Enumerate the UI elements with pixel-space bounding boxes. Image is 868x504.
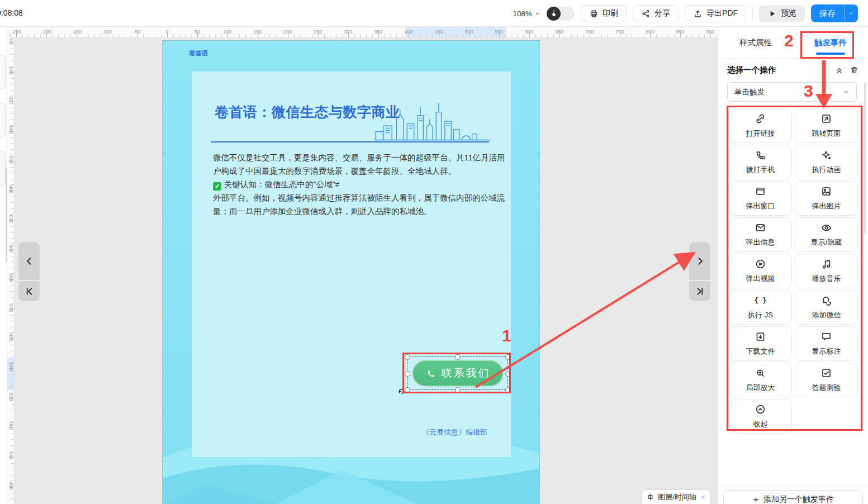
action-dial-phone-button[interactable]: 拨打手机 xyxy=(729,145,792,179)
resize-handle-ne[interactable] xyxy=(505,354,511,360)
action-add-wechat-button[interactable]: 添加微信 xyxy=(795,290,858,325)
resize-handle-sw[interactable] xyxy=(405,387,410,393)
action-label: 执行 JS xyxy=(748,310,773,320)
action-open-link-button[interactable]: 打开链接 xyxy=(729,108,792,143)
action-play-music-button[interactable]: 播放音乐 xyxy=(795,254,858,288)
active-tab-underline xyxy=(816,53,845,55)
touch-mode-toggle[interactable] xyxy=(547,7,575,21)
tab-trigger-events[interactable]: 触发事件 xyxy=(793,27,868,58)
image-icon xyxy=(820,186,832,199)
pages-thumbnail-strip[interactable] xyxy=(0,27,7,504)
action-jump-page-button[interactable]: 跳转页面 xyxy=(795,108,858,143)
save-options-button[interactable] xyxy=(844,4,858,22)
elapsed-timer: 0:08:08 xyxy=(0,8,23,17)
action-show-hide-button[interactable]: 显示/隐藏 xyxy=(795,217,858,252)
body-text[interactable]: 微信不仅是社交工具，更是集内容、交易、服务于一体的超级平台。其11亿月活用户构成… xyxy=(213,151,509,218)
page-thumbnail[interactable] xyxy=(0,55,6,89)
export-pdf-button[interactable]: 导出PDF xyxy=(685,5,746,22)
action-popup-image-button[interactable]: 弹出图片 xyxy=(795,181,858,216)
svg-text:{ }: { } xyxy=(755,296,766,305)
action-show-annotation-button[interactable]: 显示标注 xyxy=(795,326,858,361)
action-label: 下载文件 xyxy=(746,346,775,356)
chevron-down-icon xyxy=(843,89,850,96)
page-nav-left xyxy=(18,242,40,301)
add-trigger-event-button[interactable]: 添加另一个触发事件 xyxy=(723,490,863,504)
prev-page-button[interactable] xyxy=(18,242,40,280)
braces-icon: { } xyxy=(755,294,766,308)
top-toolbar: 0:08:08 108% 印刷 xyxy=(0,0,868,27)
phone-icon xyxy=(755,149,766,163)
download-icon xyxy=(755,331,766,345)
collapse-all-button[interactable] xyxy=(834,65,844,75)
touch-icon xyxy=(550,9,558,17)
wechat-icon xyxy=(820,294,832,308)
jump-page-icon xyxy=(820,113,832,127)
page-thumbnail[interactable] xyxy=(0,103,6,137)
action-popup-window-button[interactable]: 弹出窗口 xyxy=(729,181,792,216)
action-popup-message-button[interactable]: 弹出信息 xyxy=(729,217,792,252)
content-card[interactable]: 卷首语：微信生态与数字商业 微信不仅是社交工具，更是集内容、交易、服务于 xyxy=(192,72,511,457)
quiz-icon xyxy=(820,367,832,381)
collapse-icon xyxy=(755,403,766,417)
trigger-type-select[interactable]: 单击触发 xyxy=(727,82,857,102)
save-button[interactable]: 保存 xyxy=(811,4,844,22)
action-run-animation-button[interactable]: 执行动画 xyxy=(795,145,858,179)
paragraph-1: 微信不仅是社交工具，更是集内容、交易、服务于一体的超级平台。其11亿月活用户构成… xyxy=(213,153,505,175)
vertical-ruler: 5010015020025030035040045050055060065070… xyxy=(7,38,15,504)
resize-handle-s[interactable] xyxy=(455,387,461,393)
action-popup-video-button[interactable]: 弹出视频 xyxy=(729,254,792,288)
resize-handle-n[interactable] xyxy=(455,354,461,360)
collapse-chevrons-icon xyxy=(700,494,706,500)
rotate-handle[interactable] xyxy=(398,387,405,394)
next-page-button[interactable] xyxy=(689,242,710,280)
action-local-zoom-button[interactable]: 局部放大 xyxy=(729,363,792,397)
action-run-js-button[interactable]: { }执行 JS xyxy=(729,290,792,325)
first-page-button[interactable] xyxy=(18,281,40,301)
print-label: 印刷 xyxy=(603,8,618,18)
last-page-button[interactable] xyxy=(689,281,710,301)
panel-footer: 添加另一个触发事件 xyxy=(718,485,868,504)
action-label: 弹出图片 xyxy=(812,201,841,211)
action-label: 弹出信息 xyxy=(746,237,775,248)
action-download-file-button[interactable]: 下载文件 xyxy=(729,326,792,361)
action-label: 播放音乐 xyxy=(812,274,841,284)
action-grid: 打开链接跳转页面拨打手机执行动画弹出窗口弹出图片弹出信息显示/隐藏弹出视频播放音… xyxy=(729,108,858,434)
layers-timeline-label: 图层/时间轴 xyxy=(658,492,696,502)
action-label: 收起 xyxy=(753,419,768,429)
save-split-button: 保存 xyxy=(811,4,858,22)
document-page[interactable]: 卷首语 卷首语：微信生态与数字商业 微信不仅是社 xyxy=(162,40,540,504)
zoom-level-control[interactable]: 108% xyxy=(513,9,540,18)
resize-handle-w[interactable] xyxy=(405,371,410,377)
panel-scrollbar[interactable] xyxy=(864,83,866,234)
trigger-type-value: 单击触发 xyxy=(734,87,765,97)
delete-trigger-button[interactable] xyxy=(850,65,859,75)
skip-to-end-icon xyxy=(695,286,705,297)
action-quiz-button[interactable]: 答题测验 xyxy=(795,363,858,397)
page-thumbnail[interactable] xyxy=(0,151,6,186)
horizontal-ruler: -250-200-150-100-50050100150200250300350… xyxy=(7,27,718,38)
action-label: 跳转页面 xyxy=(812,129,841,139)
selection-bounding-box[interactable] xyxy=(407,356,508,390)
zoom-level-value: 108% xyxy=(513,9,532,18)
plus-icon xyxy=(752,496,760,503)
preview-button[interactable]: 预览 xyxy=(759,5,805,22)
action-label: 添加微信 xyxy=(812,310,841,320)
action-label: 显示/隐藏 xyxy=(811,237,842,248)
print-button[interactable]: 印刷 xyxy=(581,5,627,22)
properties-panel: 样式属性 触发事件 选择一个操作 单击触发 打开链接跳转页面拨打手机执行动画弹出… xyxy=(718,27,868,504)
tab-style-properties[interactable]: 样式属性 xyxy=(718,27,793,58)
layers-timeline-button[interactable]: 图层/时间轴 xyxy=(642,489,710,504)
resize-handle-e[interactable] xyxy=(505,371,511,377)
preview-label: 预览 xyxy=(781,8,796,18)
action-label: 弹出窗口 xyxy=(746,201,775,211)
double-chevron-up-icon xyxy=(834,65,844,75)
share-button[interactable]: 分享 xyxy=(633,5,679,22)
trash-icon xyxy=(850,65,859,75)
action-collapse-button[interactable]: 收起 xyxy=(729,399,792,434)
envelope-icon xyxy=(755,222,766,236)
resize-handle-nw[interactable] xyxy=(405,354,410,360)
sparkle-icon xyxy=(820,149,832,163)
card-footer-text: 《云展信息》编辑部 xyxy=(422,427,487,438)
chevron-left-icon xyxy=(24,256,35,267)
resize-handle-se[interactable] xyxy=(505,387,511,393)
